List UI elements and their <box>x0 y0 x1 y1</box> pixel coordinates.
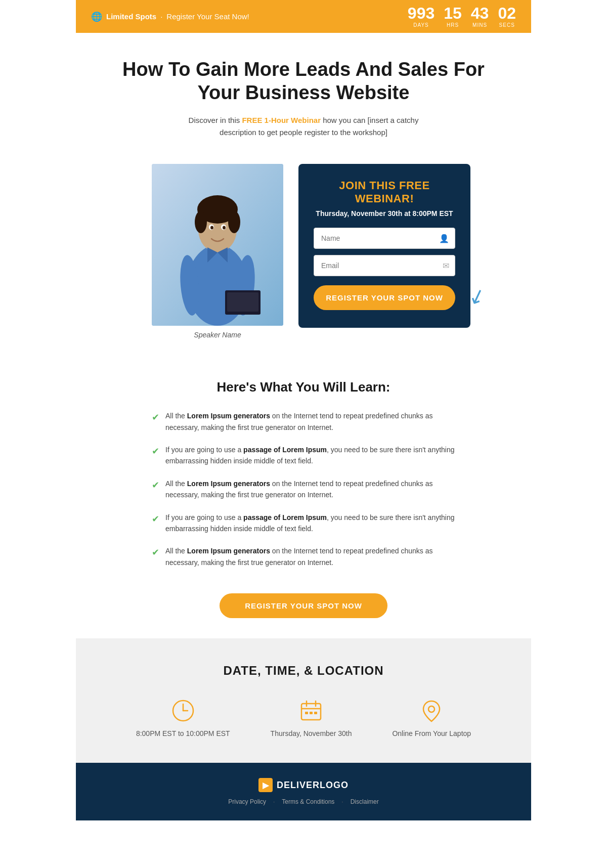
learn-section: Here's What You Will Learn: ✔All the Lor… <box>76 359 531 638</box>
webinar-date: Thursday, November 30th at 8:00PM EST <box>314 209 455 218</box>
learn-item: ✔If you are going to use a passage of Lo… <box>152 444 455 467</box>
speaker-illustration <box>152 164 283 326</box>
speaker-area: Speaker Name <box>137 164 298 339</box>
dtl-section: DATE, TIME, & LOCATION 8:00PM EST to 10:… <box>76 638 531 763</box>
learn-item: ✔All the Lorem Ipsum generators on the I… <box>152 545 455 568</box>
svg-rect-26 <box>314 712 317 714</box>
registration-form-card: JOIN THIS FREE WEBINAR! Thursday, Novemb… <box>298 164 470 328</box>
name-input[interactable] <box>314 228 455 249</box>
register-button-learn[interactable]: REGISTER YOUR SPOT NOW <box>220 593 387 618</box>
dtl-time-text: 8:00PM EST to 10:00PM EST <box>136 729 230 737</box>
hrs-label: HRS <box>447 22 459 28</box>
mins-number: 43 <box>471 5 489 21</box>
dtl-time: 8:00PM EST to 10:00PM EST <box>136 698 230 737</box>
learn-item: ✔If you are going to use a passage of Lo… <box>152 512 455 535</box>
check-icon: ✔ <box>152 512 159 527</box>
email-icon: ✉ <box>443 261 449 271</box>
name-field-group: 👤 <box>314 228 455 249</box>
days-label: DAYS <box>413 22 429 28</box>
learn-item-text: If you are going to use a passage of Lor… <box>165 444 455 467</box>
secs-number: 02 <box>498 5 516 21</box>
user-icon: 👤 <box>439 234 449 243</box>
hrs-number: 15 <box>444 5 462 21</box>
footer-link-separator: · <box>341 798 343 805</box>
days-number: 993 <box>408 5 435 21</box>
svg-point-27 <box>428 706 435 712</box>
footer-logo: ▶ DELIVERLOGO <box>96 778 511 792</box>
dtl-date: Thursday, November 30th <box>271 698 352 737</box>
footer-link[interactable]: Terms & Conditions <box>282 798 334 805</box>
speaker-form-section: Speaker Name JOIN THIS FREE WEBINAR! Thu… <box>76 154 531 359</box>
learn-item-text: If you are going to use a passage of Lor… <box>165 512 455 535</box>
dtl-title: DATE, TIME, & LOCATION <box>96 664 511 678</box>
footer-logo-box: ▶ <box>258 778 273 792</box>
footer-logo-normal: DELIVER <box>277 780 320 790</box>
check-icon: ✔ <box>152 478 159 493</box>
check-icon: ✔ <box>152 545 159 560</box>
learn-item-text: All the Lorem Ipsum generators on the In… <box>165 478 455 501</box>
limited-spots-label: Limited Spots <box>106 12 156 21</box>
countdown-days: 993 DAYS <box>408 5 435 28</box>
footer-link[interactable]: Privacy Policy <box>228 798 266 805</box>
location-pin-icon <box>419 698 444 723</box>
page-title: How To Gain More Leads And Sales For You… <box>106 58 501 104</box>
speaker-image <box>152 164 283 326</box>
register-button-form[interactable]: REGISTER YOUR SPOT NOW <box>314 285 455 310</box>
countdown: 993 DAYS 15 HRS 43 MINS 02 SECS <box>408 5 516 28</box>
learn-item: ✔All the Lorem Ipsum generators on the I… <box>152 410 455 433</box>
footer-link[interactable]: Disclaimer <box>351 798 379 805</box>
form-title: JOIN THIS FREE WEBINAR! <box>314 179 455 205</box>
dtl-location: Online From Your Laptop <box>392 698 471 737</box>
hero-section: How To Gain More Leads And Sales For You… <box>76 33 531 154</box>
speaker-name: Speaker Name <box>194 331 241 339</box>
svg-point-16 <box>223 226 226 230</box>
learn-title: Here's What You Will Learn: <box>116 379 491 395</box>
footer-logo-bold: LOGO <box>320 780 349 790</box>
footer-link-separator: · <box>273 798 275 805</box>
svg-point-15 <box>210 226 213 230</box>
mins-label: MINS <box>472 22 487 28</box>
clock-icon <box>170 698 196 723</box>
dtl-date-text: Thursday, November 30th <box>271 729 352 737</box>
check-icon: ✔ <box>152 444 159 459</box>
separator: · <box>160 12 162 21</box>
learn-item: ✔All the Lorem Ipsum generators on the I… <box>152 478 455 501</box>
desc-before: Discover in this <box>189 116 242 124</box>
hero-description: Discover in this FREE 1-Hour Webinar how… <box>177 114 430 139</box>
top-bar-left: 🌐 Limited Spots · Register Your Seat Now… <box>91 11 249 22</box>
calendar-icon <box>298 698 324 723</box>
email-input[interactable] <box>314 255 455 276</box>
arrow-decoration: ↙ <box>465 282 489 310</box>
check-icon: ✔ <box>152 410 159 425</box>
top-bar: 🌐 Limited Spots · Register Your Seat Now… <box>76 0 531 33</box>
learn-item-text: All the Lorem Ipsum generators on the In… <box>165 410 455 433</box>
footer-logo-text: DELIVERLOGO <box>277 780 349 791</box>
svg-rect-25 <box>310 712 313 714</box>
register-seat-text: Register Your Seat Now! <box>166 12 249 21</box>
learn-items-list: ✔All the Lorem Ipsum generators on the I… <box>152 410 455 568</box>
email-field-group: ✉ <box>314 255 455 276</box>
countdown-mins: 43 MINS <box>471 5 489 28</box>
secs-label: SECS <box>499 22 515 28</box>
free-webinar-link[interactable]: FREE 1-Hour Webinar <box>242 116 321 124</box>
svg-point-6 <box>228 211 240 233</box>
dtl-icons-row: 8:00PM EST to 10:00PM EST Thursday, Nove… <box>96 698 511 737</box>
svg-rect-12 <box>227 292 258 312</box>
countdown-secs: 02 SECS <box>498 5 516 28</box>
footer-logo-icon: ▶ <box>263 780 269 790</box>
svg-rect-24 <box>305 712 308 714</box>
countdown-hrs: 15 HRS <box>444 5 462 28</box>
globe-icon: 🌐 <box>91 11 102 22</box>
footer-links: Privacy Policy·Terms & Conditions·Discla… <box>96 798 511 805</box>
learn-item-text: All the Lorem Ipsum generators on the In… <box>165 545 455 568</box>
footer: ▶ DELIVERLOGO Privacy Policy·Terms & Con… <box>76 763 531 820</box>
dtl-location-text: Online From Your Laptop <box>392 729 471 737</box>
svg-point-5 <box>195 211 207 233</box>
